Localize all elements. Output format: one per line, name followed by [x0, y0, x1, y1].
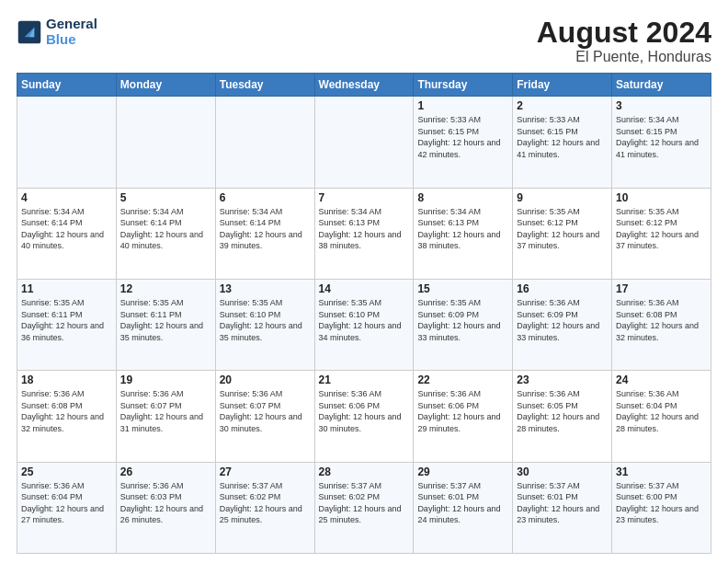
day-number: 20	[220, 373, 311, 386]
day-info: Sunrise: 5:37 AMSunset: 6:02 PMDaylight:…	[220, 480, 311, 526]
week-row-0: 1Sunrise: 5:33 AMSunset: 6:15 PMDaylight…	[17, 97, 711, 188]
calendar-cell: 8Sunrise: 5:34 AMSunset: 6:13 PMDaylight…	[414, 188, 513, 279]
day-info: Sunrise: 5:35 AMSunset: 6:12 PMDaylight:…	[616, 206, 707, 252]
day-info: Sunrise: 5:37 AMSunset: 6:01 PMDaylight:…	[417, 480, 508, 526]
day-number: 17	[616, 282, 707, 295]
calendar-cell	[314, 97, 414, 188]
day-number: 26	[120, 465, 211, 478]
calendar-cell: 14Sunrise: 5:35 AMSunset: 6:10 PMDayligh…	[314, 279, 414, 370]
week-row-4: 25Sunrise: 5:36 AMSunset: 6:04 PMDayligh…	[17, 462, 711, 553]
day-number: 9	[517, 191, 608, 204]
day-info: Sunrise: 5:36 AMSunset: 6:04 PMDaylight:…	[616, 388, 707, 434]
calendar-cell: 1Sunrise: 5:33 AMSunset: 6:15 PMDaylight…	[414, 97, 513, 188]
week-row-1: 4Sunrise: 5:34 AMSunset: 6:14 PMDaylight…	[17, 188, 711, 279]
day-info: Sunrise: 5:35 AMSunset: 6:11 PMDaylight:…	[120, 297, 211, 343]
calendar-cell: 13Sunrise: 5:35 AMSunset: 6:10 PMDayligh…	[215, 279, 314, 370]
calendar-cell	[17, 97, 117, 188]
calendar-cell: 5Sunrise: 5:34 AMSunset: 6:14 PMDaylight…	[116, 188, 215, 279]
calendar-cell: 31Sunrise: 5:37 AMSunset: 6:00 PMDayligh…	[612, 462, 711, 553]
header-day-tuesday: Tuesday	[215, 74, 314, 97]
day-info: Sunrise: 5:34 AMSunset: 6:15 PMDaylight:…	[616, 114, 707, 160]
logo-line2: Blue	[46, 31, 76, 47]
day-number: 14	[319, 282, 410, 295]
calendar-cell: 4Sunrise: 5:34 AMSunset: 6:14 PMDaylight…	[17, 188, 117, 279]
calendar-table: SundayMondayTuesdayWednesdayThursdayFrid…	[17, 73, 711, 554]
day-number: 12	[120, 282, 211, 295]
page: General Blue August 2024 El Puente, Hond…	[0, 0, 728, 563]
day-number: 11	[21, 282, 112, 295]
calendar-cell: 18Sunrise: 5:36 AMSunset: 6:08 PMDayligh…	[17, 371, 117, 462]
header-day-monday: Monday	[116, 74, 215, 97]
day-number: 7	[319, 191, 410, 204]
day-number: 1	[417, 99, 508, 112]
header-row: SundayMondayTuesdayWednesdayThursdayFrid…	[17, 74, 711, 97]
day-info: Sunrise: 5:36 AMSunset: 6:05 PMDaylight:…	[517, 388, 608, 434]
day-number: 30	[517, 465, 608, 478]
day-number: 13	[220, 282, 311, 295]
day-info: Sunrise: 5:33 AMSunset: 6:15 PMDaylight:…	[417, 114, 508, 160]
day-info: Sunrise: 5:36 AMSunset: 6:07 PMDaylight:…	[220, 388, 311, 434]
header-day-wednesday: Wednesday	[314, 74, 414, 97]
title-block: August 2024 El Puente, Honduras	[537, 17, 711, 65]
day-info: Sunrise: 5:34 AMSunset: 6:13 PMDaylight:…	[319, 206, 410, 252]
day-info: Sunrise: 5:37 AMSunset: 6:00 PMDaylight:…	[616, 480, 707, 526]
calendar-cell: 7Sunrise: 5:34 AMSunset: 6:13 PMDaylight…	[314, 188, 414, 279]
day-info: Sunrise: 5:34 AMSunset: 6:14 PMDaylight:…	[120, 206, 211, 252]
day-number: 31	[616, 465, 707, 478]
day-number: 10	[616, 191, 707, 204]
day-number: 27	[220, 465, 311, 478]
calendar-cell: 9Sunrise: 5:35 AMSunset: 6:12 PMDaylight…	[513, 188, 612, 279]
day-info: Sunrise: 5:36 AMSunset: 6:09 PMDaylight:…	[517, 297, 608, 343]
logo: General Blue	[17, 17, 97, 47]
calendar-cell: 26Sunrise: 5:36 AMSunset: 6:03 PMDayligh…	[116, 462, 215, 553]
calendar-cell	[215, 97, 314, 188]
day-number: 18	[21, 373, 112, 386]
day-info: Sunrise: 5:36 AMSunset: 6:06 PMDaylight:…	[417, 388, 508, 434]
header-day-sunday: Sunday	[17, 74, 117, 97]
calendar-cell: 12Sunrise: 5:35 AMSunset: 6:11 PMDayligh…	[116, 279, 215, 370]
calendar-cell: 23Sunrise: 5:36 AMSunset: 6:05 PMDayligh…	[513, 371, 612, 462]
week-row-2: 11Sunrise: 5:35 AMSunset: 6:11 PMDayligh…	[17, 279, 711, 370]
day-number: 6	[220, 191, 311, 204]
day-number: 5	[120, 191, 211, 204]
calendar-cell: 15Sunrise: 5:35 AMSunset: 6:09 PMDayligh…	[414, 279, 513, 370]
header: General Blue August 2024 El Puente, Hond…	[17, 17, 711, 65]
day-number: 15	[417, 282, 508, 295]
day-number: 16	[517, 282, 608, 295]
header-day-thursday: Thursday	[414, 74, 513, 97]
day-number: 25	[21, 465, 112, 478]
calendar-cell: 21Sunrise: 5:36 AMSunset: 6:06 PMDayligh…	[314, 371, 414, 462]
page-subtitle: El Puente, Honduras	[537, 49, 711, 65]
calendar-cell: 20Sunrise: 5:36 AMSunset: 6:07 PMDayligh…	[215, 371, 314, 462]
calendar-cell: 3Sunrise: 5:34 AMSunset: 6:15 PMDaylight…	[612, 97, 711, 188]
day-number: 21	[319, 373, 410, 386]
calendar-cell: 29Sunrise: 5:37 AMSunset: 6:01 PMDayligh…	[414, 462, 513, 553]
header-day-saturday: Saturday	[612, 74, 711, 97]
day-info: Sunrise: 5:36 AMSunset: 6:03 PMDaylight:…	[120, 480, 211, 526]
calendar-cell: 10Sunrise: 5:35 AMSunset: 6:12 PMDayligh…	[612, 188, 711, 279]
day-number: 29	[417, 465, 508, 478]
calendar-cell: 27Sunrise: 5:37 AMSunset: 6:02 PMDayligh…	[215, 462, 314, 553]
calendar-header: SundayMondayTuesdayWednesdayThursdayFrid…	[17, 74, 711, 97]
day-info: Sunrise: 5:34 AMSunset: 6:14 PMDaylight:…	[220, 206, 311, 252]
day-number: 28	[319, 465, 410, 478]
day-info: Sunrise: 5:36 AMSunset: 6:08 PMDaylight:…	[21, 388, 112, 434]
calendar-body: 1Sunrise: 5:33 AMSunset: 6:15 PMDaylight…	[17, 97, 711, 554]
day-number: 8	[417, 191, 508, 204]
calendar-cell: 25Sunrise: 5:36 AMSunset: 6:04 PMDayligh…	[17, 462, 117, 553]
day-info: Sunrise: 5:36 AMSunset: 6:08 PMDaylight:…	[616, 297, 707, 343]
day-info: Sunrise: 5:35 AMSunset: 6:09 PMDaylight:…	[417, 297, 508, 343]
day-number: 24	[616, 373, 707, 386]
calendar-cell: 19Sunrise: 5:36 AMSunset: 6:07 PMDayligh…	[116, 371, 215, 462]
calendar-cell: 17Sunrise: 5:36 AMSunset: 6:08 PMDayligh…	[612, 279, 711, 370]
calendar-cell: 30Sunrise: 5:37 AMSunset: 6:01 PMDayligh…	[513, 462, 612, 553]
logo-icon	[17, 19, 42, 45]
day-number: 23	[517, 373, 608, 386]
calendar-cell: 11Sunrise: 5:35 AMSunset: 6:11 PMDayligh…	[17, 279, 117, 370]
day-number: 2	[517, 99, 608, 112]
calendar-cell	[116, 97, 215, 188]
day-info: Sunrise: 5:37 AMSunset: 6:01 PMDaylight:…	[517, 480, 608, 526]
logo-line1: General	[46, 17, 97, 32]
logo-text: General Blue	[46, 17, 97, 47]
day-info: Sunrise: 5:35 AMSunset: 6:10 PMDaylight:…	[319, 297, 410, 343]
